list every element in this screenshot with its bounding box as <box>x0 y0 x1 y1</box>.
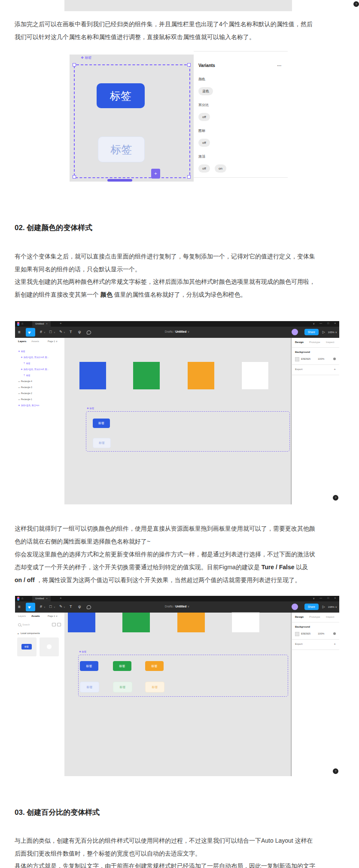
help-button[interactable]: ? <box>333 495 338 501</box>
scrollbar[interactable] <box>291 338 292 504</box>
visibility-eye-icon[interactable] <box>333 358 336 360</box>
help-button[interactable]: ? <box>353 1 359 7</box>
property-value-pill[interactable]: off <box>198 164 210 173</box>
color-swatch[interactable] <box>295 632 299 636</box>
tag-component-secondary[interactable]: 标签 <box>98 137 145 162</box>
component-card-icon[interactable] <box>40 637 59 656</box>
canvas-square-orange[interactable] <box>188 362 214 389</box>
canvas-square-green[interactable] <box>133 362 160 389</box>
close-tab-icon[interactable]: × <box>46 597 48 600</box>
tab-inspect[interactable]: Inspect <box>326 341 334 343</box>
new-tab-icon[interactable]: + <box>60 596 62 600</box>
share-button[interactable]: Share <box>304 329 319 335</box>
maximize-icon[interactable]: □ <box>327 322 329 325</box>
tag-variant-green[interactable]: 标签 <box>113 661 131 671</box>
property-value-pill[interactable]: off <box>198 113 210 121</box>
component-set-frame[interactable] <box>78 655 288 697</box>
page-selector[interactable]: Page 1 ∨ <box>48 340 58 343</box>
zoom-level[interactable]: 165% ∨ <box>328 331 337 334</box>
home-icon[interactable]: ⌂ <box>21 322 23 325</box>
layer-item[interactable]: ❖标签 <box>15 349 67 354</box>
property-value-pill[interactable]: 蓝色 <box>198 87 213 95</box>
close-window-icon[interactable]: × <box>334 597 336 599</box>
layer-item[interactable]: ▭Rectangle 3 <box>15 385 67 390</box>
layer-item[interactable]: ▭Rectangle 2 <box>15 391 67 396</box>
color-alpha-value[interactable]: 100% <box>318 632 324 635</box>
close-window-icon[interactable]: × <box>334 322 336 325</box>
color-hex-value[interactable]: E5E5E5 <box>301 632 310 635</box>
selection-handle[interactable] <box>73 175 76 179</box>
component-set-frame[interactable] <box>86 411 290 452</box>
chevron-down-icon[interactable]: ∨ <box>313 322 315 325</box>
list-view-icon[interactable] <box>52 623 56 626</box>
tag-variant-light-orange[interactable]: 标签 <box>145 682 164 692</box>
layer-item[interactable]: ❖颜色=蓝色, 激活=on <box>15 403 67 408</box>
canvas-square-green[interactable] <box>122 613 150 632</box>
tag-variant-orange[interactable]: 标签 <box>145 661 164 671</box>
selection-handle[interactable] <box>187 63 191 67</box>
canvas-square-orange[interactable] <box>177 613 205 632</box>
breadcrumb[interactable]: Drafts / Untitled ∨ <box>15 605 339 608</box>
more-options-icon[interactable]: ••• <box>277 64 282 67</box>
tab-inspect[interactable]: Inspect <box>326 616 334 618</box>
add-export-icon[interactable]: + <box>334 367 336 371</box>
component-card-tag[interactable]: 标签 <box>17 637 37 656</box>
tag-variant-light[interactable]: 标签 <box>93 438 111 448</box>
tab-design[interactable]: Design <box>295 341 304 343</box>
local-components-label[interactable]: Local components <box>21 632 40 634</box>
tag-variant-light-blue[interactable]: 标签 <box>80 682 99 692</box>
canvas-square-white[interactable] <box>232 613 259 632</box>
avatar[interactable] <box>292 604 298 610</box>
present-icon[interactable]: ▷ <box>322 605 325 609</box>
close-tab-icon[interactable]: × <box>46 322 48 325</box>
canvas-square-blue[interactable] <box>68 613 95 632</box>
tab-prototype[interactable]: Prototype <box>309 341 320 343</box>
layer-item[interactable]: ▭Rectangle 1 <box>15 397 67 402</box>
layer-item[interactable]: T标签 <box>15 361 72 366</box>
selection-handle[interactable] <box>187 175 191 179</box>
tag-component-primary[interactable]: 标签 <box>97 83 145 108</box>
layer-item[interactable]: T标签 <box>15 373 72 378</box>
selection-handle[interactable] <box>73 63 76 67</box>
color-hex-value[interactable]: E5E5E5 <box>301 358 310 360</box>
search-icon[interactable] <box>18 623 21 626</box>
zoom-level[interactable]: 168% ∨ <box>328 605 337 608</box>
minimize-icon[interactable]: — <box>319 597 322 599</box>
property-value-pill[interactable]: off <box>198 139 210 147</box>
add-variant-button[interactable]: + <box>151 169 160 179</box>
scrollbar[interactable] <box>291 613 292 776</box>
layer-item[interactable]: ❖颜色=蓝色, 百分比=off, 图… <box>15 355 70 360</box>
chevron-down-icon[interactable]: ∨ <box>313 597 315 600</box>
new-tab-icon[interactable]: + <box>60 322 62 325</box>
visibility-eye-icon[interactable] <box>333 632 336 635</box>
maximize-icon[interactable]: □ <box>327 597 329 599</box>
help-button[interactable]: ? <box>333 768 338 774</box>
tab-layers[interactable]: Layers <box>18 340 26 343</box>
present-icon[interactable]: ▷ <box>322 330 325 334</box>
file-tab[interactable]: Untitled× <box>32 596 51 601</box>
tag-variant-blue[interactable]: 标签 <box>80 661 98 671</box>
tab-layers[interactable]: Layers <box>18 615 26 617</box>
file-tab[interactable]: Untitled× <box>32 321 51 327</box>
tag-variant-blue[interactable]: 标签 <box>93 419 110 428</box>
tab-assets[interactable]: Assets <box>31 340 39 343</box>
avatar[interactable] <box>292 329 298 335</box>
library-book-icon[interactable] <box>57 623 61 626</box>
local-components-arrow-icon[interactable]: ▾ <box>18 632 19 635</box>
minimize-icon[interactable]: — <box>319 322 322 325</box>
add-export-icon[interactable]: + <box>334 642 336 646</box>
tab-prototype[interactable]: Prototype <box>309 616 320 618</box>
home-icon[interactable]: ⌂ <box>21 597 23 600</box>
tab-assets[interactable]: Assets <box>31 615 40 617</box>
figma-canvas[interactable]: ❖ 标签 标签 标签 标签 标签 标签 标签 <box>64 613 292 776</box>
figma-canvas[interactable]: ❖ 标签 标签 标签 <box>64 338 292 504</box>
property-value-pill[interactable]: on <box>215 164 226 173</box>
page-selector[interactable]: Page 1 ∨ <box>48 615 58 617</box>
search-input[interactable]: Search <box>22 623 30 626</box>
layer-item[interactable]: ❖颜色=蓝色, 百分比=off, 图… <box>15 367 70 372</box>
color-alpha-value[interactable]: 100% <box>318 358 324 360</box>
tab-design[interactable]: Design <box>295 616 304 618</box>
layer-item[interactable]: ▭Rectangle 4 <box>15 379 67 384</box>
breadcrumb[interactable]: Drafts / Untitled ∨ <box>15 330 339 334</box>
color-swatch[interactable] <box>295 357 299 361</box>
